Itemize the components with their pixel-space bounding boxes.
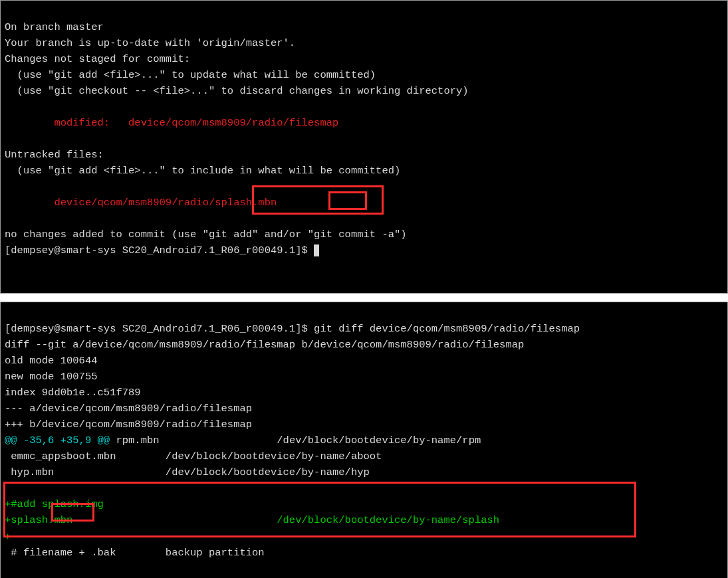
hunk-context: rpm.mbn /dev/block/bootdevice/by-name/rp… — [110, 434, 481, 446]
diff-added-line: + — [5, 531, 11, 543]
shell-prompt: [dempsey@smart-sys SC20_Android7.1_R06_r… — [5, 244, 314, 256]
modified-file-line: modified: device/qcom/msm8909/radio/file… — [5, 117, 338, 129]
diff-context-line: # filename + .bak backup partition — [5, 547, 265, 559]
diff-added-line: +#add splash.img — [5, 498, 104, 510]
cursor-icon — [314, 244, 319, 256]
shell-prompt: [dempsey@smart-sys SC20_Android7.1_R06_r… — [5, 323, 314, 335]
diff-minus-file: --- a/device/qcom/msm8909/radio/filesmap — [5, 403, 252, 415]
diff-plus-file: +++ b/device/qcom/msm8909/radio/filesmap — [5, 419, 252, 431]
diff-context-line — [5, 482, 11, 494]
diff-mode-line: old mode 100644 — [5, 355, 98, 367]
highlight-box-splash-mbn-inner — [328, 191, 367, 210]
status-line: (use "git checkout -- <file>..." to disc… — [5, 85, 469, 97]
terminal-git-diff[interactable]: [dempsey@smart-sys SC20_Android7.1_R06_r… — [0, 302, 728, 578]
diff-context-line: hyp.mbn /dev/block/bootdevice/by-name/hy… — [5, 466, 370, 478]
diff-context-line — [5, 563, 11, 575]
diff-hunk-line: @@ -35,6 +35,9 @@ rpm.mbn /dev/block/boo… — [5, 434, 481, 446]
diff-header-line: diff --git a/device/qcom/msm8909/radio/f… — [5, 339, 524, 351]
status-line: Changes not staged for commit: — [5, 53, 190, 65]
status-line: Untracked files: — [5, 149, 104, 161]
diff-index-line: index 9dd0b1e..c51f789 — [5, 387, 141, 399]
terminal-git-status[interactable]: On branch master Your branch is up-to-da… — [0, 0, 728, 294]
diff-added-line: +splash.mbn /dev/block/bootdevice/by-nam… — [5, 514, 499, 526]
status-line: On branch master — [5, 21, 104, 33]
untracked-file-line: device/qcom/msm8909/radio/splash.mbn — [5, 197, 277, 209]
status-line: (use "git add <file>..." to update what … — [5, 69, 376, 81]
command-text: git diff device/qcom/msm8909/radio/files… — [314, 323, 580, 335]
status-line: no changes added to commit (use "git add… — [5, 229, 407, 241]
status-line: (use "git add <file>..." to include in w… — [5, 165, 400, 177]
prompt-line[interactable]: [dempsey@smart-sys SC20_Android7.1_R06_r… — [5, 244, 319, 256]
hunk-range: @@ -35,6 +35,9 @@ — [5, 434, 110, 446]
diff-context-line: emmc_appsboot.mbn /dev/block/bootdevice/… — [5, 450, 382, 462]
status-line: Your branch is up-to-date with 'origin/m… — [5, 37, 295, 49]
prompt-line[interactable]: [dempsey@smart-sys SC20_Android7.1_R06_r… — [5, 323, 580, 335]
diff-mode-line: new mode 100755 — [5, 371, 98, 383]
